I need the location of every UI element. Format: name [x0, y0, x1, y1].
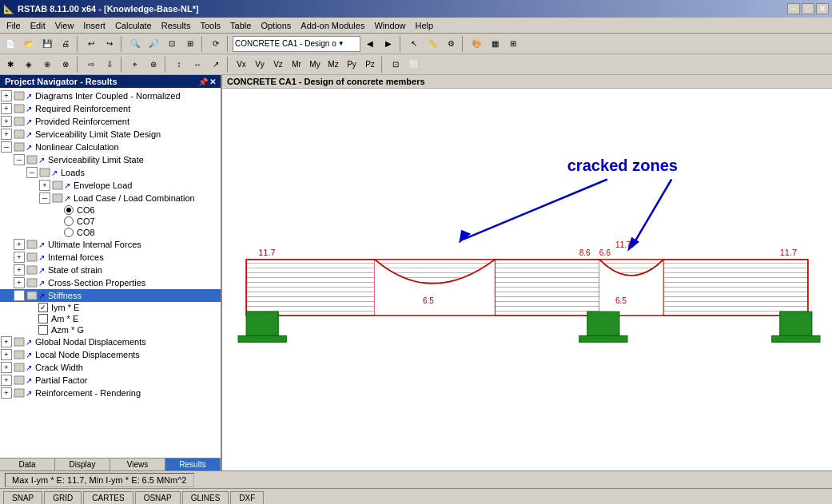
tree-item-global-nodal[interactable]: +↗Global Nodal Displacements	[0, 335, 221, 348]
tb-print[interactable]: 🖨	[57, 35, 74, 53]
tree-item-diagrams[interactable]: +↗Diagrams Inter Coupled - Normalized	[0, 89, 221, 102]
tree-item-required-reinf[interactable]: +↗Required Reinforcement	[0, 102, 221, 115]
tb-options[interactable]: ⚙	[442, 35, 460, 53]
tree-item-nonlinear[interactable]: ─↗Nonlinear Calculation	[0, 141, 221, 153]
tree-item-lc-combo[interactable]: ─↗Load Case / Load Combination	[0, 192, 221, 204]
tb2-axes[interactable]: ⌖	[126, 56, 144, 73]
tree-item-co6[interactable]: CO6	[0, 204, 221, 216]
menu-item-view[interactable]: View	[50, 19, 79, 32]
menu-item-add-on-modules[interactable]: Add-on Modules	[296, 19, 369, 32]
expand-serviceability[interactable]: +	[1, 129, 12, 140]
tb2-2[interactable]: ◈	[20, 56, 38, 73]
expand-global-nodal[interactable]: +	[1, 336, 12, 347]
bottom-tab-glines[interactable]: GLINES	[182, 491, 229, 504]
expand-partial-factor[interactable]: +	[1, 375, 12, 386]
tb2-view3[interactable]: Vz	[269, 56, 287, 73]
tree-item-azm-g[interactable]: Azm * G	[0, 324, 221, 335]
menu-item-help[interactable]: Help	[411, 19, 439, 32]
tree-item-serviceability[interactable]: +↗Serviceability Limit State Design	[0, 128, 221, 141]
tb2-1[interactable]: ✱	[2, 56, 19, 73]
tb2-load3[interactable]: ↗	[207, 56, 225, 73]
bottom-tab-dxf[interactable]: DXF	[230, 491, 264, 504]
tree-item-internal-forces[interactable]: +↗Internal forces	[0, 251, 221, 264]
tree-item-partial-factor[interactable]: +↗Partial Factor	[0, 374, 221, 387]
tree-item-state-strain[interactable]: +↗State of strain	[0, 264, 221, 276]
tree-item-stiffness[interactable]: ─↗Stiffness	[0, 289, 221, 302]
tb2-mz[interactable]: Mz	[324, 56, 342, 73]
expand-cross-section[interactable]: +	[14, 277, 25, 288]
tree-item-envelope-load[interactable]: +↗Envelope Load	[0, 179, 221, 192]
result-dropdown[interactable]: CONCRETE CA1 - Design o ▼	[233, 36, 360, 52]
checkbox-azm-g[interactable]	[38, 325, 48, 335]
nav-close-button[interactable]: ✕	[209, 77, 216, 86]
tb2-iso[interactable]: ⊡	[387, 56, 404, 73]
tb2-front[interactable]: ⬜	[405, 56, 423, 73]
expand-lc-combo[interactable]: ─	[39, 192, 50, 204]
tb2-snap[interactable]: ⊛	[145, 56, 162, 73]
expand-provided-reinf[interactable]: +	[1, 116, 12, 127]
tb2-mr[interactable]: Mr	[288, 56, 305, 73]
nav-tab-display[interactable]: Display	[55, 458, 110, 470]
tb-render[interactable]: 🎨	[468, 35, 485, 53]
tb-open[interactable]: 📂	[20, 35, 38, 53]
nav-tab-views[interactable]: Views	[110, 458, 165, 470]
menu-item-table[interactable]: Table	[225, 19, 256, 32]
bottom-tab-snap[interactable]: SNAP	[3, 491, 42, 504]
expand-crack-width[interactable]: +	[1, 362, 12, 373]
menu-item-calculate[interactable]: Calculate	[110, 19, 157, 32]
bottom-tab-grid[interactable]: GRID	[44, 491, 82, 504]
expand-diagrams[interactable]: +	[1, 90, 12, 101]
tb2-4[interactable]: ⊗	[57, 56, 74, 73]
bottom-tab-cartes[interactable]: CARTES	[83, 491, 133, 504]
expand-reinforcement-rendering[interactable]: +	[1, 387, 12, 399]
nav-pin-button[interactable]: 📌	[198, 77, 208, 86]
minimize-button[interactable]: ─	[787, 3, 800, 14]
tree-item-co7[interactable]: CO7	[0, 216, 221, 227]
tb-zoom-sel[interactable]: ⊞	[181, 35, 199, 53]
tb2-load1[interactable]: ↕	[170, 56, 188, 73]
tree-item-am-e[interactable]: Am * E	[0, 313, 221, 324]
radio-co8[interactable]	[64, 228, 74, 237]
tb2-6[interactable]: ⇩	[101, 56, 118, 73]
tb-zoom-in[interactable]: 🔍	[126, 35, 144, 53]
tree-item-sls[interactable]: ─↗Serviceability Limit State	[0, 153, 221, 166]
expand-required-reinf[interactable]: +	[1, 103, 12, 114]
expand-local-node[interactable]: +	[1, 349, 12, 360]
tb2-load2[interactable]: ↔	[189, 56, 206, 73]
tb2-3[interactable]: ⊕	[38, 56, 56, 73]
expand-nonlinear[interactable]: ─	[1, 141, 12, 153]
tree-item-reinforcement-rendering[interactable]: +↗Reinforcement - Rendering	[0, 387, 221, 399]
tb-measure[interactable]: 📏	[424, 35, 441, 53]
checkbox-am-e[interactable]	[38, 314, 48, 323]
menu-item-window[interactable]: Window	[369, 19, 410, 32]
tb2-my[interactable]: My	[306, 56, 324, 73]
tree-item-ult-internal-forces[interactable]: +↗Ultimate Internal Forces	[0, 238, 221, 251]
tree-item-local-node[interactable]: +↗Local Node Displacements	[0, 348, 221, 361]
tb-rotate[interactable]: ⟳	[207, 35, 225, 53]
expand-envelope-load[interactable]: +	[39, 180, 50, 191]
tree-item-crack-width[interactable]: +↗Crack Width	[0, 361, 221, 374]
tb2-py[interactable]: Py	[343, 56, 360, 73]
titlebar-controls[interactable]: ─ □ ✕	[787, 3, 829, 14]
menu-item-results[interactable]: Results	[157, 19, 196, 32]
tb-save[interactable]: 💾	[38, 35, 56, 53]
tb-new[interactable]: 📄	[2, 35, 19, 53]
tb2-view2[interactable]: Vy	[251, 56, 269, 73]
tb-wire[interactable]: ▦	[486, 35, 504, 53]
nav-tab-results[interactable]: Results	[165, 458, 221, 470]
tb-nav-right[interactable]: ▶	[380, 35, 397, 53]
tb-undo[interactable]: ↩	[82, 35, 100, 53]
canvas-content[interactable]: 11.7 11.7 6.5 8.6 6.6 11.7 6.5 cracked z…	[222, 89, 832, 470]
menu-item-insert[interactable]: Insert	[78, 19, 110, 32]
tree-item-co8[interactable]: CO8	[0, 227, 221, 238]
close-button[interactable]: ✕	[816, 3, 829, 14]
radio-co6[interactable]	[64, 205, 74, 215]
menu-item-options[interactable]: Options	[256, 19, 296, 32]
menu-item-file[interactable]: File	[2, 19, 26, 32]
maximize-button[interactable]: □	[802, 3, 814, 14]
tb2-5[interactable]: ⇨	[82, 56, 100, 73]
tb-zoom-out[interactable]: 🔎	[145, 35, 162, 53]
menu-item-tools[interactable]: Tools	[195, 19, 225, 32]
checkbox-iym-e[interactable]: ✓	[38, 303, 48, 312]
expand-loads[interactable]: ─	[26, 167, 38, 178]
